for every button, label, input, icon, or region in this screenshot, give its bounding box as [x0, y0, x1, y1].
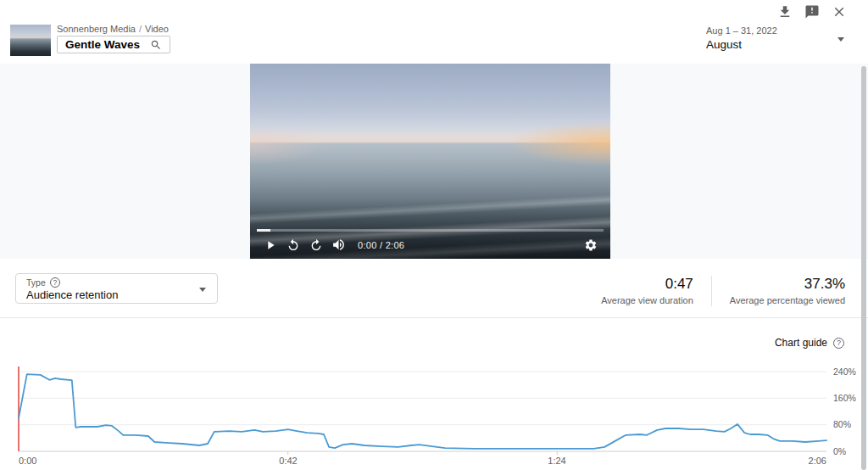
player-settings-button[interactable] [579, 231, 602, 259]
x-axis-label: 2:06 [809, 456, 826, 466]
play-icon [264, 238, 277, 252]
x-axis-label: 0:00 [19, 456, 36, 466]
gear-icon [584, 238, 598, 252]
volume-icon [331, 238, 346, 252]
x-axis-label: 0:42 [279, 456, 297, 466]
chevron-down-icon [199, 288, 206, 292]
type-label: Type [26, 277, 46, 288]
scrollbar[interactable] [861, 66, 866, 470]
video-player[interactable]: 0:00 / 2:06 [250, 64, 610, 259]
chart-guide-button[interactable]: Chart guide ? [775, 337, 844, 349]
y-axis-label: 160% [833, 393, 856, 403]
y-axis-label: 80% [833, 419, 851, 429]
breadcrumb-separator: / [139, 24, 142, 34]
chart-guide-label: Chart guide [775, 337, 827, 349]
close-button[interactable] [829, 2, 849, 22]
summary-metrics: 0:47 Average view duration 37.3% Average… [601, 276, 845, 306]
video-analytics-overlay: Sonnenberg Media/Video Gentle Waves [0, 0, 868, 470]
breadcrumb: Sonnenberg Media/Video [57, 24, 169, 34]
type-selector[interactable]: Type ? Audience retention [15, 273, 218, 304]
rewind-button[interactable] [281, 231, 304, 259]
download-button[interactable] [775, 2, 795, 22]
search-icon[interactable] [150, 39, 162, 51]
date-range-selector[interactable]: Aug 1 – 31, 2022 August [706, 25, 777, 51]
player-controls: 0:00 / 2:06 [250, 231, 610, 259]
forward-button[interactable] [304, 231, 327, 259]
date-range-label: August [706, 38, 777, 51]
replay-icon [287, 238, 300, 252]
header-actions [775, 2, 849, 22]
video-thumbnail[interactable] [10, 25, 51, 56]
play-button[interactable] [259, 231, 281, 259]
y-axis-label: 0% [833, 446, 846, 456]
type-value: Audience retention [26, 288, 207, 301]
video-search-box[interactable]: Gentle Waves [57, 36, 170, 53]
metric-label: Average percentage viewed [730, 295, 845, 305]
video-section: 0:00 / 2:06 [0, 64, 868, 259]
help-icon[interactable]: ? [833, 338, 844, 349]
time-display: 0:00 / 2:06 [358, 240, 404, 250]
date-range-detail: Aug 1 – 31, 2022 [706, 25, 777, 36]
metrics-panel: Type ? Audience retention 0:47 Average v… [0, 259, 868, 318]
close-icon [832, 4, 847, 20]
feedback-icon [804, 4, 820, 20]
retention-chart[interactable]: 0% 80% 160% 240% 0:00 0:42 1:24 2:06 [0, 360, 868, 470]
header: Sonnenberg Media/Video Gentle Waves [0, 0, 868, 64]
volume-button[interactable] [327, 231, 350, 259]
x-axis-label: 1:24 [548, 456, 565, 466]
metric-average-percentage-viewed: 37.3% Average percentage viewed [730, 276, 845, 305]
video-title: Gentle Waves [65, 38, 140, 51]
feedback-button[interactable] [802, 2, 822, 22]
breadcrumb-section[interactable]: Video [145, 24, 169, 34]
metric-value: 37.3% [730, 276, 845, 293]
retention-chart-svg [0, 360, 868, 463]
y-axis-label: 240% [833, 366, 856, 377]
metric-value: 0:47 [601, 276, 693, 293]
metric-label: Average view duration [601, 295, 693, 305]
chevron-down-icon[interactable] [837, 37, 844, 42]
metric-average-view-duration: 0:47 Average view duration [601, 276, 693, 305]
breadcrumb-channel[interactable]: Sonnenberg Media [57, 24, 136, 34]
forward-icon [309, 238, 323, 252]
help-icon[interactable]: ? [50, 277, 60, 288]
download-icon [777, 4, 793, 20]
metric-divider [711, 276, 712, 306]
